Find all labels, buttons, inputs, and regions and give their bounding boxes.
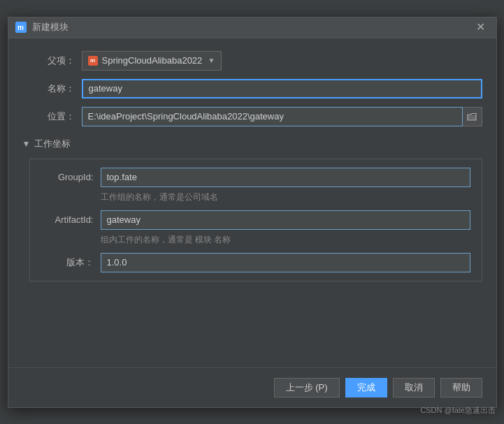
artifactid-input[interactable] bbox=[101, 210, 470, 230]
maven-section-header: ▼ 工作坐标 bbox=[22, 138, 482, 150]
title-bar-left: m 新建模块 bbox=[15, 21, 69, 34]
groupid-row: GroupId: bbox=[41, 168, 470, 187]
dialog-title: 新建模块 bbox=[32, 21, 69, 34]
folder-icon bbox=[467, 112, 477, 121]
dropdown-arrow-icon: ▼ bbox=[208, 57, 215, 64]
parent-value: SpringCloudAlibaba2022 bbox=[102, 55, 203, 66]
parent-row: 父项： m SpringCloudAlibaba2022 ▼ bbox=[22, 51, 482, 71]
groupid-label: GroupId: bbox=[41, 172, 94, 182]
parent-dropdown[interactable]: m SpringCloudAlibaba2022 ▼ bbox=[82, 51, 222, 71]
name-input[interactable] bbox=[82, 79, 482, 98]
name-row: 名称： bbox=[22, 79, 482, 98]
title-bar: m 新建模块 ✕ bbox=[8, 17, 496, 38]
maven-section: GroupId: 工作组的名称，通常是公司域名 ArtifactId: 组内工件… bbox=[29, 159, 482, 282]
name-label: 名称： bbox=[22, 82, 75, 95]
artifactid-label: ArtifactId: bbox=[41, 214, 94, 225]
watermark: CSDN @fate急速出击 bbox=[420, 405, 496, 416]
finish-button[interactable]: 完成 bbox=[345, 378, 387, 397]
version-label: 版本： bbox=[41, 256, 94, 269]
groupid-hint: 工作组的名称，通常是公司域名 bbox=[101, 191, 470, 203]
maven-section-title: 工作坐标 bbox=[34, 138, 71, 150]
parent-label: 父项： bbox=[22, 54, 75, 67]
location-input-group bbox=[82, 107, 482, 126]
location-label: 位置： bbox=[22, 110, 75, 123]
dialog-body: 父项： m SpringCloudAlibaba2022 ▼ 名称： 位置： bbox=[8, 38, 496, 367]
dialog-icon: m bbox=[15, 22, 27, 33]
version-input[interactable] bbox=[101, 253, 470, 272]
version-row: 版本： bbox=[41, 253, 470, 272]
dialog-footer: 上一步 (P) 完成 取消 帮助 bbox=[8, 367, 496, 407]
cancel-button[interactable]: 取消 bbox=[393, 378, 435, 397]
collapse-icon[interactable]: ▼ bbox=[22, 139, 31, 149]
help-button[interactable]: 帮助 bbox=[440, 378, 482, 397]
prev-button[interactable]: 上一步 (P) bbox=[274, 378, 340, 397]
location-row: 位置： bbox=[22, 107, 482, 126]
artifactid-hint: 组内工件的名称，通常是 模块 名称 bbox=[101, 234, 470, 246]
browse-button[interactable] bbox=[463, 107, 482, 126]
new-module-dialog: m 新建模块 ✕ 父项： m SpringCloudAlibaba2022 ▼ … bbox=[8, 17, 497, 408]
location-input[interactable] bbox=[82, 107, 463, 126]
artifactid-row: ArtifactId: bbox=[41, 210, 470, 230]
close-button[interactable]: ✕ bbox=[472, 20, 489, 34]
groupid-input[interactable] bbox=[101, 168, 470, 187]
parent-icon: m bbox=[88, 56, 98, 66]
